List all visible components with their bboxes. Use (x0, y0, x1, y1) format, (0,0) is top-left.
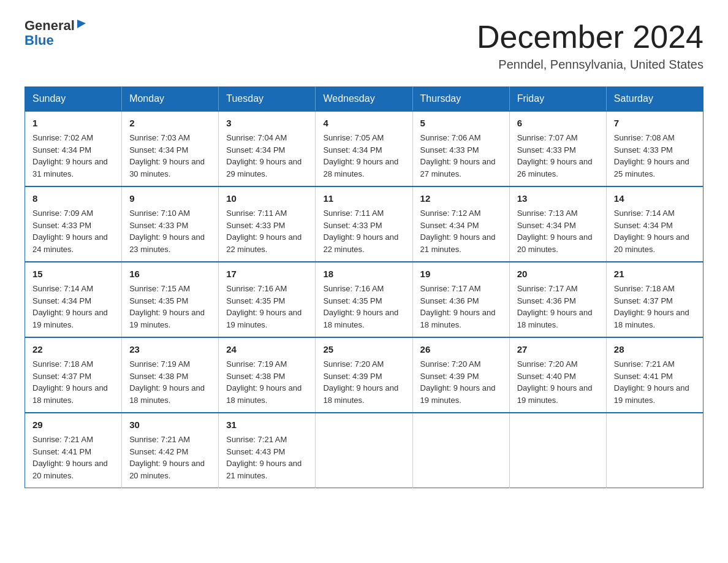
calendar-cell: 6 Sunrise: 7:07 AMSunset: 4:33 PMDayligh… (509, 111, 606, 186)
calendar-week-2: 8 Sunrise: 7:09 AMSunset: 4:33 PMDayligh… (25, 186, 703, 262)
calendar-subtitle: Penndel, Pennsylvania, United States (477, 58, 703, 72)
day-number: 30 (129, 419, 211, 430)
calendar-cell: 24 Sunrise: 7:19 AMSunset: 4:38 PMDaylig… (219, 337, 316, 413)
calendar-cell: 2 Sunrise: 7:03 AMSunset: 4:34 PMDayligh… (122, 111, 219, 186)
day-info: Sunrise: 7:10 AMSunset: 4:33 PMDaylight:… (129, 209, 205, 254)
header-thursday: Thursday (412, 87, 509, 112)
day-number: 12 (420, 193, 502, 204)
day-info: Sunrise: 7:04 AMSunset: 4:34 PMDaylight:… (226, 133, 301, 178)
calendar-week-1: 1 Sunrise: 7:02 AMSunset: 4:34 PMDayligh… (25, 111, 703, 186)
calendar-cell: 30 Sunrise: 7:21 AMSunset: 4:42 PMDaylig… (122, 413, 219, 488)
day-number: 7 (614, 118, 696, 128)
calendar-cell: 16 Sunrise: 7:15 AMSunset: 4:35 PMDaylig… (122, 262, 219, 337)
calendar-cell: 20 Sunrise: 7:17 AMSunset: 4:36 PMDaylig… (509, 262, 606, 337)
day-info: Sunrise: 7:07 AMSunset: 4:33 PMDaylight:… (517, 133, 593, 178)
day-number: 19 (420, 269, 502, 279)
day-info: Sunrise: 7:21 AMSunset: 4:43 PMDaylight:… (226, 435, 301, 480)
header-monday: Monday (122, 87, 219, 112)
calendar-cell: 14 Sunrise: 7:14 AMSunset: 4:34 PMDaylig… (606, 186, 703, 262)
calendar-cell: 23 Sunrise: 7:19 AMSunset: 4:38 PMDaylig… (122, 337, 219, 413)
day-number: 23 (129, 344, 211, 354)
calendar-week-4: 22 Sunrise: 7:18 AMSunset: 4:37 PMDaylig… (25, 337, 703, 413)
day-number: 22 (32, 344, 114, 354)
day-info: Sunrise: 7:20 AMSunset: 4:39 PMDaylight:… (420, 359, 496, 405)
day-number: 13 (517, 193, 599, 204)
calendar-table: SundayMondayTuesdayWednesdayThursdayFrid… (25, 86, 703, 488)
calendar-cell: 11 Sunrise: 7:11 AMSunset: 4:33 PMDaylig… (316, 186, 412, 262)
calendar-cell: 3 Sunrise: 7:04 AMSunset: 4:34 PMDayligh… (219, 111, 316, 186)
day-info: Sunrise: 7:14 AMSunset: 4:34 PMDaylight:… (614, 209, 689, 254)
title-section: December 2024 Penndel, Pennsylvania, Uni… (477, 18, 703, 72)
day-info: Sunrise: 7:19 AMSunset: 4:38 PMDaylight:… (226, 359, 301, 405)
calendar-cell: 9 Sunrise: 7:10 AMSunset: 4:33 PMDayligh… (122, 186, 219, 262)
logo-flag-icon (76, 18, 87, 32)
day-info: Sunrise: 7:20 AMSunset: 4:40 PMDaylight:… (517, 359, 593, 405)
header-saturday: Saturday (606, 87, 703, 112)
day-number: 28 (614, 344, 696, 354)
calendar-week-3: 15 Sunrise: 7:14 AMSunset: 4:34 PMDaylig… (25, 262, 703, 337)
day-number: 1 (32, 118, 114, 128)
day-number: 25 (323, 344, 404, 354)
calendar-cell: 19 Sunrise: 7:17 AMSunset: 4:36 PMDaylig… (412, 262, 509, 337)
day-info: Sunrise: 7:21 AMSunset: 4:41 PMDaylight:… (614, 359, 689, 405)
day-number: 8 (32, 193, 114, 204)
header-friday: Friday (509, 87, 606, 112)
calendar-title: December 2024 (477, 18, 703, 55)
calendar-cell: 18 Sunrise: 7:16 AMSunset: 4:35 PMDaylig… (316, 262, 412, 337)
calendar-cell: 31 Sunrise: 7:21 AMSunset: 4:43 PMDaylig… (219, 413, 316, 488)
calendar-body: 1 Sunrise: 7:02 AMSunset: 4:34 PMDayligh… (25, 111, 703, 488)
day-number: 16 (129, 269, 211, 279)
logo-general-text: General (25, 18, 75, 33)
day-info: Sunrise: 7:20 AMSunset: 4:39 PMDaylight:… (323, 359, 398, 405)
day-info: Sunrise: 7:06 AMSunset: 4:33 PMDaylight:… (420, 133, 496, 178)
day-number: 29 (32, 419, 114, 430)
calendar-cell: 4 Sunrise: 7:05 AMSunset: 4:34 PMDayligh… (316, 111, 412, 186)
calendar-cell: 13 Sunrise: 7:13 AMSunset: 4:34 PMDaylig… (509, 186, 606, 262)
calendar-cell (509, 413, 606, 488)
calendar-cell (606, 413, 703, 488)
calendar-cell: 5 Sunrise: 7:06 AMSunset: 4:33 PMDayligh… (412, 111, 509, 186)
page-header: General Blue December 2024 Penndel, Penn… (25, 18, 703, 72)
day-info: Sunrise: 7:17 AMSunset: 4:36 PMDaylight:… (517, 284, 593, 329)
calendar-cell: 21 Sunrise: 7:18 AMSunset: 4:37 PMDaylig… (606, 262, 703, 337)
day-number: 6 (517, 118, 599, 128)
day-number: 9 (129, 193, 211, 204)
day-number: 21 (614, 269, 696, 279)
calendar-cell: 28 Sunrise: 7:21 AMSunset: 4:41 PMDaylig… (606, 337, 703, 413)
calendar-header: SundayMondayTuesdayWednesdayThursdayFrid… (25, 87, 703, 112)
day-info: Sunrise: 7:18 AMSunset: 4:37 PMDaylight:… (32, 359, 108, 405)
calendar-cell: 15 Sunrise: 7:14 AMSunset: 4:34 PMDaylig… (25, 262, 122, 337)
day-info: Sunrise: 7:19 AMSunset: 4:38 PMDaylight:… (129, 359, 205, 405)
calendar-cell: 1 Sunrise: 7:02 AMSunset: 4:34 PMDayligh… (25, 111, 122, 186)
day-info: Sunrise: 7:16 AMSunset: 4:35 PMDaylight:… (226, 284, 301, 329)
calendar-cell: 29 Sunrise: 7:21 AMSunset: 4:41 PMDaylig… (25, 413, 122, 488)
day-number: 10 (226, 193, 308, 204)
calendar-cell: 22 Sunrise: 7:18 AMSunset: 4:37 PMDaylig… (25, 337, 122, 413)
header-tuesday: Tuesday (219, 87, 316, 112)
day-info: Sunrise: 7:05 AMSunset: 4:34 PMDaylight:… (323, 133, 398, 178)
calendar-cell: 27 Sunrise: 7:20 AMSunset: 4:40 PMDaylig… (509, 337, 606, 413)
svg-marker-0 (77, 20, 86, 28)
day-info: Sunrise: 7:08 AMSunset: 4:33 PMDaylight:… (614, 133, 689, 178)
calendar-cell (316, 413, 412, 488)
day-number: 2 (129, 118, 211, 128)
header-wednesday: Wednesday (316, 87, 412, 112)
calendar-cell: 10 Sunrise: 7:11 AMSunset: 4:33 PMDaylig… (219, 186, 316, 262)
day-info: Sunrise: 7:12 AMSunset: 4:34 PMDaylight:… (420, 209, 496, 254)
day-info: Sunrise: 7:09 AMSunset: 4:33 PMDaylight:… (32, 209, 108, 254)
day-info: Sunrise: 7:02 AMSunset: 4:34 PMDaylight:… (32, 133, 108, 178)
calendar-header-row: SundayMondayTuesdayWednesdayThursdayFrid… (25, 87, 703, 112)
calendar-cell: 26 Sunrise: 7:20 AMSunset: 4:39 PMDaylig… (412, 337, 509, 413)
day-info: Sunrise: 7:13 AMSunset: 4:34 PMDaylight:… (517, 209, 593, 254)
day-number: 17 (226, 269, 308, 279)
day-number: 26 (420, 344, 502, 354)
day-info: Sunrise: 7:11 AMSunset: 4:33 PMDaylight:… (226, 209, 301, 254)
day-info: Sunrise: 7:14 AMSunset: 4:34 PMDaylight:… (32, 284, 108, 329)
calendar-cell: 17 Sunrise: 7:16 AMSunset: 4:35 PMDaylig… (219, 262, 316, 337)
calendar-cell: 7 Sunrise: 7:08 AMSunset: 4:33 PMDayligh… (606, 111, 703, 186)
day-info: Sunrise: 7:16 AMSunset: 4:35 PMDaylight:… (323, 284, 398, 329)
day-info: Sunrise: 7:11 AMSunset: 4:33 PMDaylight:… (323, 209, 398, 254)
day-number: 3 (226, 118, 308, 128)
day-number: 14 (614, 193, 696, 204)
header-sunday: Sunday (25, 87, 122, 112)
